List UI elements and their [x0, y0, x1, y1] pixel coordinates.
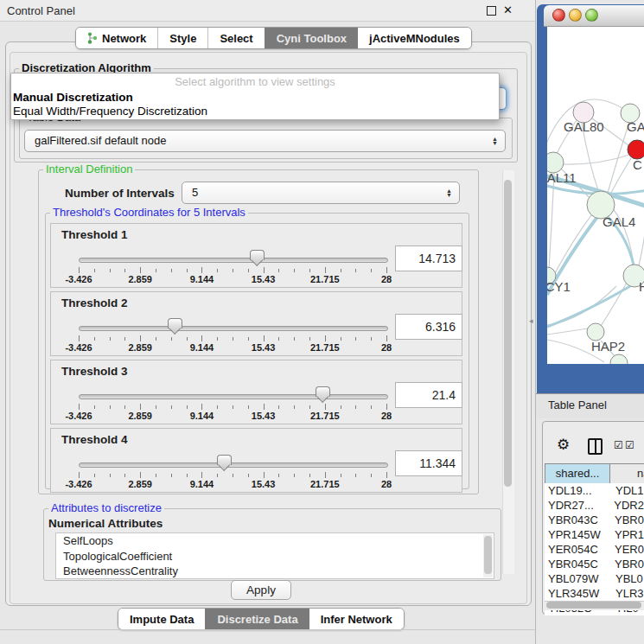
table-row[interactable]: YLR345WYLR3: [545, 586, 644, 601]
tick-mark: [201, 404, 202, 410]
network-node-HAP2[interactable]: [587, 323, 604, 341]
tick-label: -3.426: [65, 411, 92, 421]
slider-tick-labels: -3.4262.8599.14415.4321.71528: [79, 274, 386, 284]
threshold-value-field[interactable]: 11.344: [395, 450, 462, 476]
table-cell[interactable]: YLR3: [615, 586, 644, 601]
table-cell[interactable]: YLR345W: [545, 586, 615, 601]
table-cell[interactable]: YDR27...: [545, 498, 614, 513]
tick-mark: [156, 474, 156, 477]
window-zoom-button[interactable]: [585, 9, 598, 22]
window-minimize-button[interactable]: [569, 9, 582, 22]
table-cell[interactable]: YER0: [615, 542, 644, 557]
table-cell[interactable]: YBR043C: [545, 513, 615, 527]
splitter-arrow-icon[interactable]: [529, 316, 533, 325]
gear-icon[interactable]: [557, 436, 570, 454]
table-cell[interactable]: YPR145W: [545, 527, 615, 542]
table-horizontal-scrollbar-thumb[interactable]: [546, 602, 641, 609]
table-cell[interactable]: YDL1: [615, 483, 644, 498]
tick-mark: [309, 269, 310, 272]
table-row[interactable]: YPR145WYPR1: [545, 527, 644, 542]
number-of-intervals-combo[interactable]: 5: [182, 182, 460, 204]
tick-mark: [325, 404, 326, 410]
tick-mark: [140, 267, 141, 273]
close-icon[interactable]: [503, 3, 513, 16]
table-cell[interactable]: YBR0: [615, 557, 644, 571]
slider-thumb[interactable]: [316, 386, 330, 397]
window-close-button[interactable]: [552, 9, 565, 22]
table-row[interactable]: YBR043CYBR0: [545, 513, 644, 527]
table-row[interactable]: YDR27...YDR2: [545, 498, 644, 513]
apply-button[interactable]: Apply: [231, 580, 291, 600]
table-cell[interactable]: YBR045C: [545, 557, 615, 571]
column-header-shared[interactable]: shared...: [545, 463, 610, 484]
tick-mark: [140, 404, 141, 410]
tick-mark: [110, 474, 111, 477]
tab-select[interactable]: Select: [207, 28, 264, 48]
slider-track[interactable]: [79, 326, 388, 331]
table-cell[interactable]: YPR1: [615, 527, 644, 542]
tick-mark: [325, 472, 326, 478]
tick-mark: [79, 267, 80, 273]
table-row[interactable]: YBL079WYBL0: [545, 571, 644, 586]
column-header-name[interactable]: na: [609, 463, 644, 484]
slider-thumb[interactable]: [168, 318, 182, 328]
tab-discretize-data[interactable]: Discretize Data: [205, 609, 309, 629]
table-cell[interactable]: YDR2: [614, 498, 644, 513]
checkbox-icon[interactable]: [625, 439, 634, 451]
table-cell[interactable]: YER054C: [545, 542, 615, 557]
table-panel-title: Table Panel: [548, 399, 607, 411]
tab-cyni-toolbox[interactable]: Cyni Toolbox: [265, 28, 358, 48]
popup-option-equal-width-frequency[interactable]: Equal Width/Frequency Discretization: [11, 105, 499, 118]
table-row[interactable]: YDL19...YDL1: [545, 483, 644, 498]
threshold-value-field[interactable]: 14.713: [395, 245, 462, 271]
network-node-label: GAL4: [603, 214, 635, 229]
tab-network[interactable]: Network: [76, 28, 157, 48]
numerical-attributes-list[interactable]: SelfLoopsTopologicalCoefficientBetweenne…: [55, 532, 494, 579]
tick-mark: [341, 269, 341, 272]
network-node-red-node[interactable]: [628, 140, 644, 159]
tab-jactivemnodules[interactable]: jActiveMNodules: [358, 28, 471, 48]
panel-splitter[interactable]: [535, 0, 536, 644]
attribute-list-item[interactable]: BetweennessCentrality: [56, 564, 494, 579]
table-cell[interactable]: YBL0: [615, 571, 643, 586]
tab-style[interactable]: Style: [157, 28, 207, 48]
table-row[interactable]: YBR045CYBR0: [545, 557, 644, 571]
table-data-combo[interactable]: galFiltered.sif default node: [24, 130, 506, 152]
tick-label: 2.859: [128, 411, 152, 421]
tick-mark: [79, 335, 80, 341]
network-node-label: GAL11: [547, 170, 577, 185]
tab-infer-network[interactable]: Infer Network: [309, 609, 404, 629]
control-panel-scrollbar-thumb[interactable]: [504, 180, 512, 487]
attribute-list-item[interactable]: SelfLoops: [56, 533, 494, 549]
column-layout-icon[interactable]: [588, 438, 603, 455]
tick-label: 28: [381, 342, 392, 353]
slider-thumb[interactable]: [250, 250, 265, 260]
tab-impute-data[interactable]: Impute Data: [118, 609, 205, 629]
threshold-value-field[interactable]: 6.316: [395, 314, 462, 340]
checkbox-icon[interactable]: [614, 439, 623, 451]
slider-tick-labels: -3.4262.8599.14415.4321.71528: [79, 342, 386, 353]
tick-label: 15.43: [252, 274, 276, 284]
popup-option-manual-discretization[interactable]: Manual Discretization: [11, 91, 499, 105]
float-window-icon[interactable]: [487, 6, 496, 16]
threshold-value-field[interactable]: 21.4: [395, 382, 462, 408]
table-cell[interactable]: YDL19...: [545, 483, 615, 498]
table-cell[interactable]: YBL079W: [545, 571, 615, 586]
control-panel-title: Control Panel: [7, 4, 75, 17]
table-row[interactable]: YER054CYER0: [545, 542, 644, 557]
network-node-edge-node[interactable]: [610, 354, 628, 364]
algorithm-dropdown-popup: Select algorithm to view settings Manual…: [10, 73, 500, 120]
attributes-scrollbar[interactable]: [483, 534, 493, 577]
network-canvas[interactable]: GAL80GACGAL11GAL4GCY1HHAP2: [547, 27, 644, 364]
table-cell[interactable]: YBR0: [615, 513, 644, 527]
slider-track[interactable]: [79, 258, 388, 263]
tab-select-label: Select: [220, 32, 252, 45]
tick-mark: [94, 337, 95, 341]
tick-mark: [140, 472, 141, 478]
slider-track[interactable]: [79, 394, 388, 399]
table-body[interactable]: YDL19...YDL1YDR27...YDR2YBR043CYBR0YPR14…: [545, 483, 644, 601]
attributes-scrollbar-thumb[interactable]: [484, 536, 492, 574]
attribute-list-item[interactable]: TopologicalCoefficient: [56, 549, 494, 564]
slider-thumb[interactable]: [217, 455, 232, 465]
slider-track[interactable]: [79, 462, 388, 468]
